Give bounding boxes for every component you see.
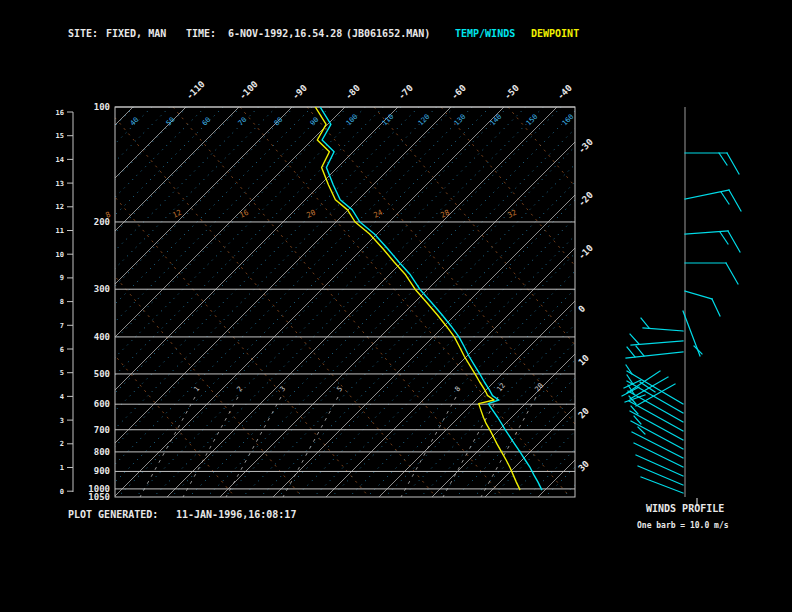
svg-text:120: 120 <box>417 113 432 128</box>
svg-text:7: 7 <box>60 322 64 330</box>
svg-text:90: 90 <box>309 116 321 128</box>
svg-text:9: 9 <box>60 274 64 282</box>
svg-text:100: 100 <box>345 113 360 128</box>
svg-text:3: 3 <box>60 417 64 425</box>
svg-text:1050: 1050 <box>88 492 110 502</box>
svg-text:-80: -80 <box>343 83 362 102</box>
svg-text:800: 800 <box>94 447 110 457</box>
moist-adiabat-labels: 8121620242832 <box>104 208 518 220</box>
svg-text:-20: -20 <box>576 190 595 209</box>
svg-text:14: 14 <box>56 156 64 164</box>
svg-text:10: 10 <box>56 251 64 259</box>
svg-text:40: 40 <box>129 116 141 128</box>
svg-text:900: 900 <box>94 466 110 476</box>
svg-text:-90: -90 <box>290 83 309 102</box>
svg-text:140: 140 <box>489 113 504 128</box>
isotherm-lines <box>0 107 792 497</box>
svg-text:5: 5 <box>335 385 344 393</box>
svg-text:20: 20 <box>305 208 317 220</box>
plot-border <box>115 107 575 497</box>
svg-text:150: 150 <box>525 113 540 128</box>
svg-text:160: 160 <box>561 113 576 128</box>
svg-text:700: 700 <box>94 425 110 435</box>
svg-text:60: 60 <box>201 116 213 128</box>
winds-profile-legend: One barb = 10.0 m/s <box>637 521 729 530</box>
svg-text:13: 13 <box>56 180 64 188</box>
svg-text:1: 1 <box>60 464 64 472</box>
height-axis: 161514131211109876543210 <box>56 109 73 496</box>
svg-text:300: 300 <box>94 284 110 294</box>
svg-text:4: 4 <box>60 393 64 401</box>
svg-text:50: 50 <box>165 116 177 128</box>
svg-text:12: 12 <box>495 382 507 394</box>
temperature-curve <box>320 107 542 490</box>
svg-text:-100: -100 <box>237 79 259 101</box>
svg-text:5: 5 <box>60 369 64 377</box>
dry-adiabat-labels: 405060708090100110120130140150160 <box>129 113 576 128</box>
svg-text:3: 3 <box>278 385 287 393</box>
skewt-app-window: { "header": { "site_label": "SITE:", "si… <box>0 0 792 612</box>
svg-text:80: 80 <box>273 116 285 128</box>
svg-text:8: 8 <box>60 298 64 306</box>
svg-text:2: 2 <box>235 385 244 393</box>
plot-generated-value: 11-JAN-1996,16:08:17 <box>176 509 296 520</box>
svg-text:0: 0 <box>576 304 587 315</box>
svg-text:11: 11 <box>56 227 64 235</box>
svg-text:110: 110 <box>381 113 396 128</box>
winds-profile <box>685 107 697 506</box>
svg-text:1: 1 <box>192 385 201 393</box>
svg-text:16: 16 <box>56 109 64 117</box>
svg-text:600: 600 <box>94 399 110 409</box>
svg-text:-40: -40 <box>555 83 574 102</box>
isotherm-labels-top: -110-100-90-80-70-60-50-40 <box>184 79 574 101</box>
isotherm-labels-right: -30-20-100102030 <box>576 137 595 474</box>
svg-text:20: 20 <box>576 406 591 421</box>
svg-text:10: 10 <box>576 353 591 368</box>
pressure-axis-labels: 10020030040050060070080090010001050 <box>88 102 110 502</box>
svg-text:24: 24 <box>372 208 384 220</box>
svg-text:12: 12 <box>56 203 64 211</box>
svg-text:16: 16 <box>238 208 250 220</box>
winds-profile-title: WINDS PROFILE <box>646 503 724 514</box>
svg-text:30: 30 <box>576 459 591 474</box>
svg-text:15: 15 <box>56 132 64 140</box>
svg-text:-60: -60 <box>449 83 468 102</box>
svg-text:130: 130 <box>453 113 468 128</box>
svg-text:400: 400 <box>94 332 110 342</box>
svg-text:6: 6 <box>60 346 64 354</box>
wind-barbs <box>622 153 741 493</box>
plot-generated-label: PLOT GENERATED: <box>68 509 158 520</box>
svg-text:70: 70 <box>237 116 249 128</box>
svg-text:-30: -30 <box>576 137 595 156</box>
svg-text:-110: -110 <box>184 79 206 101</box>
svg-text:0: 0 <box>60 488 64 496</box>
svg-text:500: 500 <box>94 369 110 379</box>
svg-text:-70: -70 <box>396 83 415 102</box>
svg-text:-50: -50 <box>502 83 521 102</box>
svg-text:-10: -10 <box>576 243 595 262</box>
dewpoint-curve <box>315 107 520 490</box>
svg-text:2: 2 <box>60 440 64 448</box>
svg-text:100: 100 <box>94 102 110 112</box>
